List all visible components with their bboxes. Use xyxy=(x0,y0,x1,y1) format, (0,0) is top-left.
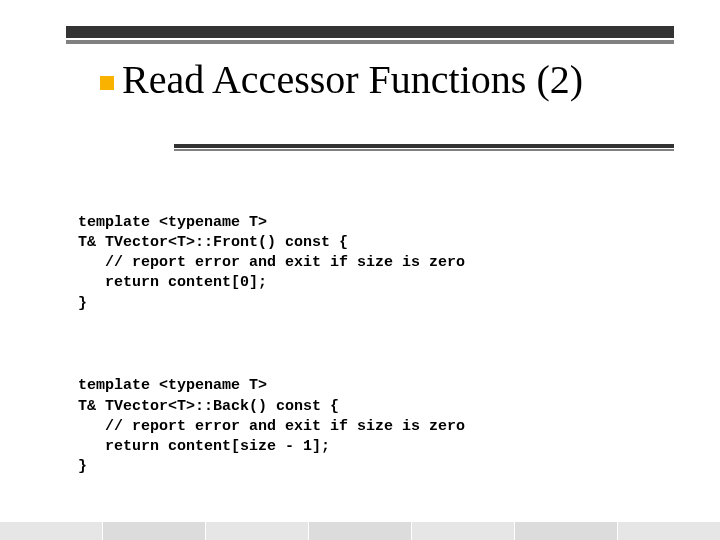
code-block-back: template <typename T> T& TVector<T>::Bac… xyxy=(78,376,674,477)
title-underline-thick xyxy=(174,144,674,148)
footer-thumb xyxy=(0,522,102,540)
code-block-front: template <typename T> T& TVector<T>::Fro… xyxy=(78,213,674,314)
footer-thumb xyxy=(206,522,308,540)
footer-thumb xyxy=(618,522,720,540)
title-bullet-icon xyxy=(100,76,114,90)
title-underline-thin xyxy=(174,149,674,151)
slide-title: Read Accessor Functions (2) xyxy=(122,58,583,102)
footer-thumb xyxy=(103,522,205,540)
title-row: Read Accessor Functions (2) xyxy=(100,58,680,102)
top-rule-thick xyxy=(66,26,674,38)
slide: Read Accessor Functions (2) template <ty… xyxy=(0,0,720,540)
code-area: template <typename T> T& TVector<T>::Fro… xyxy=(78,172,674,540)
footer-thumb xyxy=(309,522,411,540)
top-rule-thin xyxy=(66,40,674,44)
footer-thumb xyxy=(412,522,514,540)
footer-thumb xyxy=(515,522,617,540)
footer-thumbnail-strip xyxy=(0,522,720,540)
